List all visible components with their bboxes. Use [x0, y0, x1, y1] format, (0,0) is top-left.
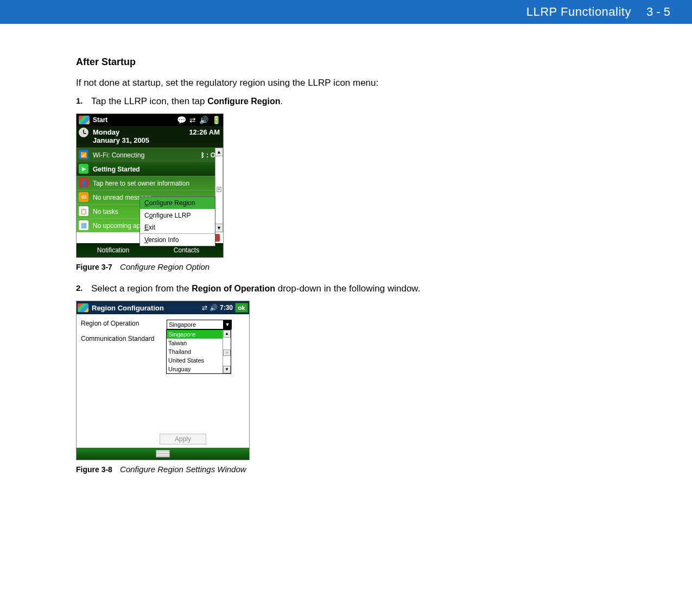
ok-button[interactable]: ok: [235, 303, 248, 313]
step1-post: .: [280, 96, 283, 106]
figure-3-7-caption: Figure 3-7 Configure Region Option: [76, 262, 616, 271]
owner-icon: [79, 178, 88, 188]
window-title: Region Configuration: [92, 304, 202, 312]
wm-title-bar: Region Configuration ⇄ 🔊 7:30 ok: [77, 301, 249, 314]
title-bar-icons: ⇄ 🔊 7:30: [202, 304, 233, 312]
scroll-thumb[interactable]: [223, 350, 231, 356]
clock-icon: [79, 128, 88, 137]
step-text: Select a region from the Region of Opera…: [91, 283, 616, 294]
fig38-label: Figure 3-8: [76, 465, 112, 474]
step-1: 1. Tap the LLRP icon, then tap Configure…: [76, 96, 616, 107]
region-combobox[interactable]: Singapore ▼: [167, 320, 232, 329]
windows-flag-icon[interactable]: [78, 303, 88, 312]
tasks-text: No tasks: [93, 208, 118, 215]
step2-pre: Select a region from the: [91, 283, 192, 294]
mail-icon: [79, 192, 88, 202]
header-title: LLRP Functionality: [526, 5, 631, 19]
status-icons: 💬 ⇄ 🔊 🔋: [177, 116, 221, 124]
calendar-icon: [79, 220, 88, 230]
step-number: 2.: [76, 283, 91, 294]
region-config-body: Region of Operation Singapore ▼ Communic…: [77, 314, 249, 448]
dropdown-scrollbar[interactable]: ▲ ▼: [223, 330, 231, 373]
battery-icon: 🔋: [212, 116, 221, 124]
fig37-label: Figure 3-7: [76, 263, 112, 271]
bluetooth-icon: ᛒ: [201, 151, 205, 159]
date-time-panel[interactable]: Monday January 31, 2005 12:26 AM: [77, 126, 223, 148]
fig37-text: Configure Region Option: [120, 262, 209, 271]
llrp-context-menu: Configure Region Configure LLRP Exit Ver…: [139, 196, 215, 246]
softkey-right[interactable]: Contacts: [150, 246, 223, 254]
chevron-down-icon[interactable]: ▼: [223, 320, 232, 329]
menu-configure-llrp[interactable]: Configure LLRP: [140, 209, 215, 221]
region-option-taiwan[interactable]: Taiwan: [167, 339, 223, 347]
step2-bold: Region of Operation: [192, 284, 275, 293]
scroll-up-arrow-icon[interactable]: ▲: [215, 148, 223, 156]
fig38-text: Configure Region Settings Window: [120, 465, 246, 474]
owner-text: Tap here to set owner information: [93, 180, 189, 187]
region-dropdown-list: Singapore Taiwan Thailand United States …: [166, 329, 231, 374]
region-combobox-value: Singapore: [167, 320, 232, 329]
page-content: After Startup If not done at startup, se…: [0, 24, 692, 474]
time-value: 12:26 AM: [189, 128, 220, 144]
date-value: January 31, 2005: [93, 136, 189, 144]
windows-flag-icon: [79, 116, 90, 124]
region-option-singapore[interactable]: Singapore: [167, 330, 223, 339]
connectivity-icon: ⇄: [202, 304, 207, 312]
keyboard-icon[interactable]: [156, 450, 170, 458]
figure-3-8-caption: Figure 3-8 Configure Region Settings Win…: [76, 465, 616, 474]
scroll-track[interactable]: [215, 156, 223, 224]
scroll-down-arrow-icon[interactable]: ▼: [215, 224, 223, 232]
header-page-number: 3 - 5: [646, 5, 670, 19]
region-label: Region of Operation: [81, 320, 167, 327]
step1-pre: Tap the LLRP icon, then tap: [91, 96, 207, 106]
getting-started-row[interactable]: Getting Started: [77, 162, 223, 176]
owner-info-row[interactable]: Tap here to set owner information: [77, 176, 223, 190]
apply-button[interactable]: Apply: [160, 434, 206, 444]
wifi-row[interactable]: Wi-Fi: Connecting ᛒ : Off: [77, 148, 223, 162]
comm-label: Communication Standard: [81, 335, 167, 342]
scroll-track[interactable]: [223, 338, 231, 366]
wifi-icon: [79, 150, 88, 160]
menu-configure-region[interactable]: Configure Region: [140, 197, 215, 209]
intro-paragraph: If not done at startup, set the regulato…: [76, 78, 616, 88]
wm-start-bar[interactable]: Start 💬 ⇄ 🔊 🔋: [77, 114, 223, 126]
tasks-icon: [79, 206, 88, 216]
step-number: 1.: [76, 96, 91, 107]
region-option-united-states[interactable]: United States: [167, 356, 223, 365]
step1-bold: Configure Region: [207, 97, 280, 106]
speaker-icon: 🔊: [209, 304, 218, 312]
page-header: LLRP Functionality 3 - 5: [0, 0, 692, 24]
softkey-left[interactable]: Notification: [77, 246, 150, 254]
scroll-down-arrow-icon[interactable]: ▼: [223, 366, 231, 373]
bottom-bar: [77, 448, 249, 460]
scroll-up-arrow-icon[interactable]: ▲: [223, 330, 231, 338]
getting-started-label: Getting Started: [93, 166, 140, 173]
figure-3-8-screenshot: Region Configuration ⇄ 🔊 7:30 ok Region …: [76, 301, 250, 460]
start-label: Start: [93, 116, 107, 124]
region-option-thailand[interactable]: Thailand: [167, 347, 223, 356]
today-scrollbar[interactable]: ▲ ▼: [215, 148, 223, 232]
step-text: Tap the LLRP icon, then tap Configure Re…: [91, 96, 616, 107]
step2-post: drop-down in the following window.: [275, 283, 420, 294]
menu-version-info[interactable]: Version Info: [140, 233, 215, 246]
speaker-icon: 🔊: [199, 116, 208, 124]
region-field-row: Region of Operation Singapore ▼: [81, 320, 245, 329]
menu-exit[interactable]: Exit: [140, 221, 215, 233]
wifi-status: Wi-Fi: Connecting: [93, 151, 144, 159]
play-icon: [79, 164, 88, 174]
day-of-week: Monday: [93, 128, 189, 136]
step-2: 2. Select a region from the Region of Op…: [76, 283, 616, 294]
connectivity-icon: ⇄: [189, 116, 196, 124]
region-option-uruguay[interactable]: Uruguay: [167, 365, 223, 373]
chat-bubble-icon: 💬: [177, 116, 186, 124]
scroll-thumb[interactable]: [217, 187, 221, 192]
title-time: 7:30: [220, 304, 233, 312]
figure-3-7-screenshot: Start 💬 ⇄ 🔊 🔋 Monday January 31, 2005 12…: [76, 113, 224, 258]
section-heading: After Startup: [76, 56, 616, 68]
